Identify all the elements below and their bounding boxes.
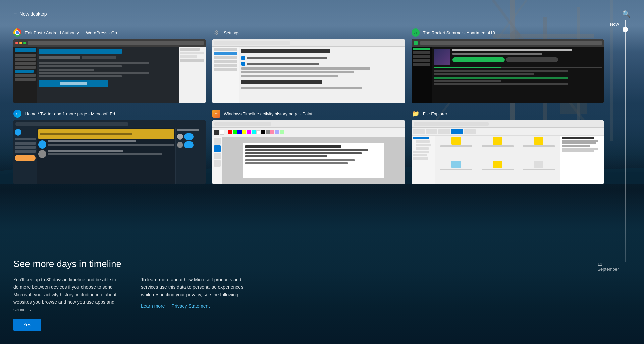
thumb-tools-paint: [212, 137, 222, 184]
promo-left-col: You'll see up to 30 days in timeline and…: [13, 276, 121, 331]
thumb-body-settings: [212, 47, 405, 103]
window-title-paint: Windows Timeline activity history page -…: [224, 111, 312, 116]
thumb-titlebar-twitter: [13, 120, 206, 128]
window-item-wordpress[interactable]: Edit Post ‹ Android Authority — WordPres…: [13, 28, 206, 103]
window-header-explorer: 📁 File Explorer: [412, 110, 604, 118]
window-item-explorer[interactable]: 📁 File Explorer: [412, 110, 604, 184]
now-label: Now: [610, 22, 619, 27]
window-title-explorer: File Explorer: [423, 111, 447, 116]
paint-icon: ✏: [212, 110, 220, 118]
window-item-paint[interactable]: ✏ Windows Timeline activity history page…: [212, 110, 405, 184]
thumb-body: [13, 47, 206, 103]
window-title-spotify: The Rocket Summer - Apartment 413: [423, 30, 495, 35]
new-desktop-label: New desktop: [20, 11, 47, 17]
window-title-wordpress: Edit Post ‹ Android Authority — WordPres…: [25, 30, 121, 35]
promo-right-col: To learn more about how Microsoft produc…: [141, 276, 248, 331]
window-item-spotify[interactable]: ♫ The Rocket Summer - Apartment 413: [412, 28, 604, 103]
promo-left-text: You'll see up to 30 days in timeline and…: [13, 276, 121, 313]
thumb-titlebar-settings: [212, 39, 405, 47]
thumb-body-spotify: [412, 47, 604, 103]
thumb-titlebar-paint: [212, 120, 405, 128]
thumb-right-panel: [179, 47, 206, 103]
timeline-dot: [623, 27, 628, 32]
window-item-twitter[interactable]: e Home / Twitter and 1 more page - Micro…: [13, 110, 206, 184]
thumb-main-settings: [239, 47, 405, 103]
windows-grid: Edit Post ‹ Android Authority — WordPres…: [13, 28, 610, 184]
search-button[interactable]: 🔍: [622, 10, 631, 18]
window-header-spotify: ♫ The Rocket Summer - Apartment 413: [412, 28, 604, 37]
timeline-line: [625, 20, 626, 262]
search-icon: 🔍: [622, 10, 631, 18]
window-title-settings: Settings: [224, 30, 239, 35]
thumb-ribbon-explorer: [412, 128, 604, 136]
thumb-body-explorer: [412, 136, 604, 184]
new-desktop-button[interactable]: + New desktop: [13, 11, 47, 18]
thumb-sidebar-settings: [212, 47, 239, 103]
window-header-wordpress: Edit Post ‹ Android Authority — WordPres…: [13, 28, 206, 37]
thumb-main-content: [37, 47, 179, 103]
date-label: 11 September: [597, 262, 619, 272]
thumb-sidebar-spotify: [412, 47, 432, 103]
timeline-view: + New desktop 🔍 Now 11 September Edit Po…: [0, 0, 644, 344]
plus-icon: +: [13, 11, 17, 18]
yes-button[interactable]: Yes: [13, 319, 41, 331]
window-item-settings[interactable]: ⚙ Settings: [212, 28, 405, 103]
edge-icon: e: [13, 110, 21, 118]
thumb-canvas-paint: [222, 137, 405, 184]
thumb-titlebar-spotify: [412, 39, 604, 47]
thumb-sidebar-twitter: [13, 128, 37, 184]
learn-more-link[interactable]: Learn more: [141, 303, 165, 309]
promo-section: See more days in timeline You'll see up …: [13, 259, 610, 331]
window-thumbnail-settings: [212, 39, 405, 103]
thumb-main-spotify: [432, 47, 604, 103]
thumb-main-twitter: [37, 128, 175, 184]
window-thumbnail-paint: [212, 120, 405, 184]
privacy-statement-link[interactable]: Privacy Statement: [172, 303, 210, 309]
window-header-settings: ⚙ Settings: [212, 28, 405, 37]
window-header-twitter: e Home / Twitter and 1 more page - Micro…: [13, 110, 206, 118]
settings-icon: ⚙: [212, 28, 220, 37]
timeline-indicator: Now 11 September: [625, 20, 626, 262]
thumb-files-explorer: [435, 136, 560, 184]
promo-right-text: To learn more about how Microsoft produc…: [141, 276, 248, 298]
thumb-who-to-follow: [175, 128, 206, 184]
window-thumbnail-explorer: [412, 120, 604, 184]
window-thumbnail-twitter: [13, 120, 206, 184]
thumb-toolbar-paint: [212, 128, 405, 137]
thumb-sidebar: [13, 47, 37, 103]
top-bar: + New desktop 🔍: [13, 10, 631, 18]
spotify-icon: ♫: [412, 28, 420, 37]
thumb-details-panel: [560, 136, 604, 184]
thumb-body-paint: [212, 137, 405, 184]
thumb-addressbar: [28, 41, 204, 45]
window-thumbnail-wordpress: [13, 39, 206, 103]
promo-links: Learn more Privacy Statement: [141, 303, 248, 309]
promo-columns: You'll see up to 30 days in timeline and…: [13, 276, 610, 331]
promo-heading: See more days in timeline: [13, 259, 610, 269]
thumb-titlebar: [13, 39, 206, 47]
folder-icon: 📁: [412, 110, 420, 118]
window-thumbnail-spotify: [412, 39, 604, 103]
thumb-nav-tree: [412, 136, 435, 184]
chrome-icon: [13, 28, 21, 37]
window-title-twitter: Home / Twitter and 1 more page - Microso…: [25, 111, 119, 116]
thumb-body-twitter: [13, 128, 206, 184]
window-header-paint: ✏ Windows Timeline activity history page…: [212, 110, 405, 118]
thumb-titlebar-explorer: [412, 120, 604, 128]
